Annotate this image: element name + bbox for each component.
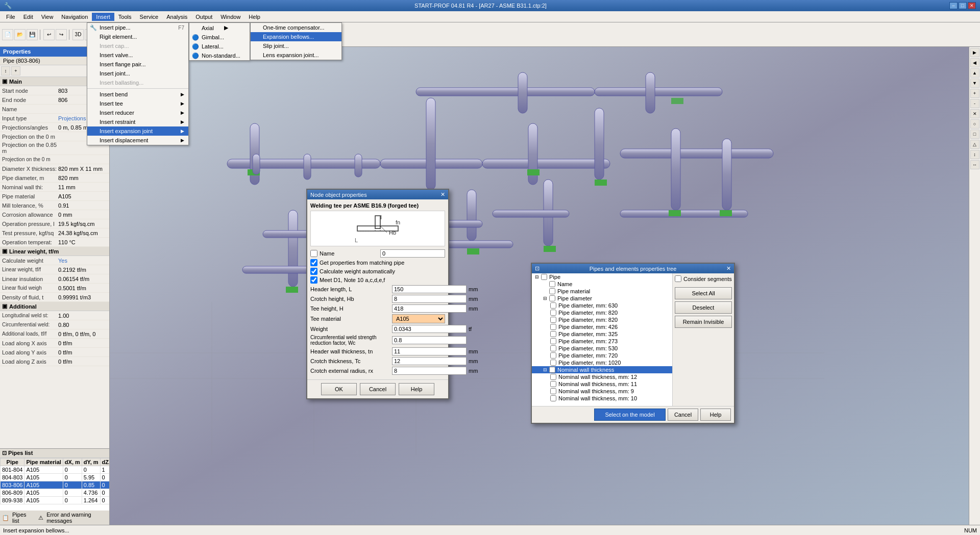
tree-checkbox[interactable] — [549, 288, 555, 294]
submenu-item-bellows[interactable]: Expansion bellows... — [251, 32, 341, 41]
tree-checkbox[interactable] — [550, 374, 556, 380]
tree-left[interactable]: ⊟ Pipe Name Pipe material ⊟ Pipe diamete… — [532, 273, 673, 406]
weight-input[interactable] — [392, 325, 467, 333]
menu-item-reducer[interactable]: Insert reducer ▶ — [87, 108, 188, 117]
minimize-btn[interactable]: – — [949, 2, 958, 9]
prop-section-linear[interactable]: ▣ Linear weight, tf/m — [0, 247, 109, 256]
tree-checkbox[interactable] — [550, 395, 556, 401]
weld-factor-input[interactable] — [392, 336, 467, 344]
header-wall-input[interactable] — [392, 347, 467, 355]
tree-checkbox[interactable] — [550, 324, 556, 330]
remain-invisible-button[interactable]: Remain Invisible — [675, 316, 732, 328]
tree-checkbox[interactable] — [550, 338, 556, 344]
menu-tools[interactable]: Tools — [114, 13, 136, 21]
select-all-button[interactable]: Select All — [675, 287, 732, 299]
consider-segments-checkbox[interactable] — [675, 275, 681, 282]
right-btn-5[interactable]: + — [970, 89, 979, 98]
right-btn-4[interactable]: ▼ — [970, 79, 979, 88]
menu-file[interactable]: File — [2, 13, 19, 21]
menu-item-tee[interactable]: Insert tee ▶ — [87, 99, 188, 108]
close-btn[interactable]: ✕ — [968, 2, 976, 9]
crotch-thickness-input[interactable] — [392, 357, 467, 365]
tree-node-nominal-wall[interactable]: ⊟ Nominal wall thickness — [532, 366, 672, 373]
tree-node-material[interactable]: Pipe material — [532, 288, 672, 295]
crotch-radius-input[interactable] — [392, 367, 467, 375]
menu-window[interactable]: Window — [216, 13, 244, 21]
tree-node-diameter[interactable]: ⊟ Pipe diameter — [532, 295, 672, 302]
menu-item-flange[interactable]: Insert flange pair... — [87, 60, 188, 69]
tree-node-diam-530[interactable]: Pipe diameter, mm: 530 — [532, 345, 672, 352]
pipes-list-link[interactable]: 📋 — [2, 515, 9, 521]
right-btn-12[interactable]: ↔ — [970, 160, 979, 169]
expand-icon[interactable]: ⊟ — [542, 295, 548, 301]
right-btn-9[interactable]: □ — [970, 130, 979, 139]
name-input[interactable] — [380, 249, 445, 258]
toolbar-redo[interactable]: ↪ — [56, 29, 67, 40]
tee-height-input[interactable] — [392, 304, 467, 313]
menu-service[interactable]: Service — [136, 13, 163, 21]
tree-close[interactable]: ✕ — [726, 265, 731, 272]
tree-node-wall-9[interactable]: Nominal wall thickness, mm: 9 — [532, 388, 672, 395]
tree-node-wall-12[interactable]: Nominal wall thickness, mm: 12 — [532, 373, 672, 380]
right-btn-11[interactable]: ↕ — [970, 150, 979, 159]
crotch-height-input[interactable] — [392, 295, 467, 303]
menu-item-insert-pipe[interactable]: 🔧 Insert pipe... F7 — [87, 23, 188, 32]
tree-node-wall-11[interactable]: Nominal wall thickness, mm: 11 — [532, 380, 672, 388]
tree-node-diam-325[interactable]: Pipe diameter, mm: 325 — [532, 330, 672, 338]
tree-checkbox[interactable] — [550, 388, 556, 394]
table-row[interactable]: 804-803 A105 0 5.95 0 820 11 0.91 0 19.5… — [1, 474, 110, 481]
pipes-table[interactable]: Pipe Pipe material dX, m dY, m dZ, m D, … — [0, 458, 109, 511]
menu-item-expansion[interactable]: Insert expansion joint ▶ — [87, 126, 188, 136]
prop-sort-btn[interactable]: ↕ — [1, 66, 10, 75]
submenu-item-gimbal[interactable]: 🔵 Gimbal... — [189, 33, 250, 42]
prop-expand-btn[interactable]: + — [11, 66, 20, 75]
tree-checkbox[interactable] — [550, 381, 556, 387]
tree-cancel-button[interactable]: Cancel — [668, 409, 698, 421]
tree-node-diam-820a[interactable]: Pipe diameter, mm: 820 — [532, 309, 672, 316]
menu-insert[interactable]: Insert — [92, 13, 114, 21]
table-row-selected[interactable]: 803-806 A105 0 0.85 0 820 11 0.91 0 19.5… — [1, 481, 110, 489]
tee-material-select[interactable]: A105 — [392, 314, 445, 323]
tree-node-diam-426[interactable]: Pipe diameter, mm: 426 — [532, 323, 672, 330]
right-btn-8[interactable]: ○ — [970, 119, 979, 129]
deselect-button[interactable]: Deselect — [675, 301, 732, 314]
cancel-button[interactable]: Cancel — [360, 383, 396, 395]
tree-node-diam-1020[interactable]: Pipe diameter, mm: 1020 — [532, 359, 672, 366]
menu-edit[interactable]: Edit — [19, 13, 37, 21]
right-btn-10[interactable]: △ — [970, 140, 979, 149]
select-on-model-button[interactable]: Select on the model — [594, 409, 666, 421]
tree-node-wall-10[interactable]: Nominal wall thickness, mm: 10 — [532, 395, 672, 402]
ok-button[interactable]: OK — [321, 383, 357, 395]
right-btn-3[interactable]: ▲ — [970, 68, 979, 78]
toolbar-open[interactable]: 📂 — [14, 29, 26, 40]
submenu-item-axial[interactable]: Axial ▶ — [189, 23, 250, 33]
table-row[interactable]: 809-938 A105 0 1.264 0 820 11 0.91 0 19.… — [1, 497, 110, 504]
tree-node-pipe[interactable]: ⊟ Pipe — [532, 273, 672, 281]
get-props-checkbox[interactable] — [310, 259, 317, 266]
tree-help-button[interactable]: Help — [700, 409, 731, 421]
tree-node-diam-820b[interactable]: Pipe diameter, mm: 820 — [532, 316, 672, 323]
header-length-input[interactable] — [392, 285, 467, 293]
right-btn-1[interactable]: ▶ — [970, 48, 979, 57]
submenu-item-lens[interactable]: Lens expansion joint... — [251, 50, 341, 60]
submenu-item-slip[interactable]: Slip joint... — [251, 41, 341, 50]
menu-view[interactable]: View — [37, 13, 58, 21]
tree-checkbox[interactable] — [550, 345, 556, 351]
menu-item-valve[interactable]: Insert valve... — [87, 50, 188, 60]
tree-checkbox[interactable] — [550, 360, 556, 366]
expand-icon[interactable]: ⊟ — [534, 274, 540, 280]
right-btn-2[interactable]: ◀ — [970, 58, 979, 67]
right-btn-7[interactable]: ✕ — [970, 109, 979, 118]
submenu-item-onetime[interactable]: One-time compensator... — [251, 23, 341, 32]
tree-checkbox[interactable] — [550, 352, 556, 359]
tree-checkbox[interactable] — [541, 274, 547, 280]
toolbar-save[interactable]: 💾 — [27, 29, 38, 40]
expand-icon[interactable]: ⊟ — [542, 367, 548, 373]
tree-checkbox[interactable] — [550, 331, 556, 337]
meet-d1-checkbox[interactable] — [310, 276, 317, 284]
tree-checkbox[interactable] — [549, 367, 555, 373]
toolbar-new[interactable]: 📄 — [2, 29, 13, 40]
toolbar-undo[interactable]: ↩ — [43, 29, 55, 40]
submenu-item-nonstandard[interactable]: 🔵 Non-standard... — [189, 51, 250, 60]
tree-node-diam-273[interactable]: Pipe diameter, mm: 273 — [532, 338, 672, 345]
